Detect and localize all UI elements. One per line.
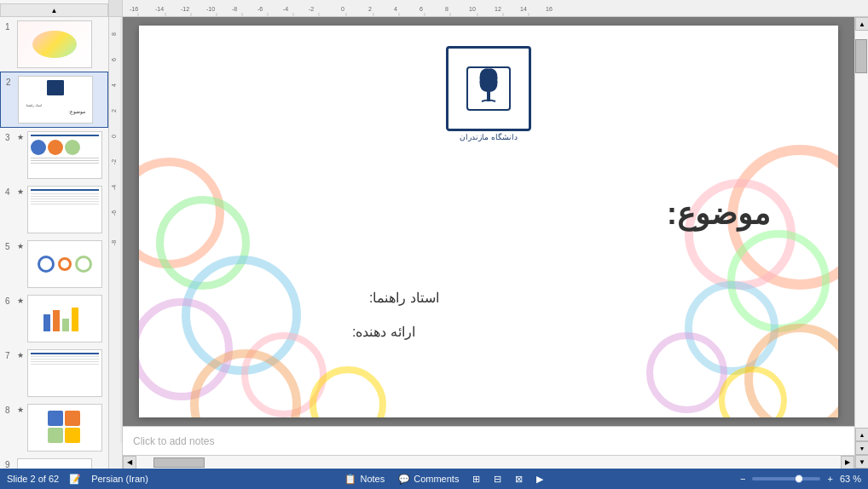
canvas-row: 8 6 4 2 0 -2 -4 -6 -8 xyxy=(109,17,868,469)
university-name: دانشگاه مازندران xyxy=(460,133,518,141)
slide-thumb-8[interactable] xyxy=(27,404,102,452)
notes-placeholder: Click to add notes xyxy=(133,435,214,447)
zoom-percent[interactable]: 63 % xyxy=(840,474,861,484)
view-normal-icon[interactable]: ⊞ xyxy=(472,474,480,485)
scrollbar-horizontal[interactable]: ◀ ▶ xyxy=(123,455,854,469)
svg-text:10: 10 xyxy=(469,6,476,12)
svg-text:4: 4 xyxy=(111,83,117,87)
svg-text:-14: -14 xyxy=(155,6,164,12)
slide-main-title: موضوع: xyxy=(667,196,770,232)
slide-thumb-6[interactable] xyxy=(27,295,102,342)
svg-text:0: 0 xyxy=(111,135,117,138)
svg-text:-6: -6 xyxy=(111,210,117,216)
slide-item-2[interactable]: 2 موضوع: استاد راهنما: xyxy=(0,72,108,128)
scroll-v-track[interactable] xyxy=(855,31,868,428)
svg-text:6: 6 xyxy=(111,58,117,61)
zoom-slider[interactable] xyxy=(752,477,820,480)
comments-section[interactable]: 💬 Comments xyxy=(398,474,459,485)
slide-panel[interactable]: ▲ 1 2 موضوع: استاد راهنما: 3 xyxy=(0,0,109,469)
notes-section[interactable]: 📋 Notes xyxy=(344,474,385,485)
svg-text:-2: -2 xyxy=(309,6,314,12)
ruler-corner xyxy=(109,0,123,17)
view-slideshow-icon[interactable]: ▶ xyxy=(536,474,543,485)
svg-text:14: 14 xyxy=(520,6,527,12)
slide-thumb-3[interactable] xyxy=(27,131,102,179)
svg-text:-12: -12 xyxy=(181,6,189,12)
scroll-right-btn[interactable]: ▶ xyxy=(841,456,854,469)
slide-number-9: 9 xyxy=(5,460,14,469)
slide-thumb-1[interactable] xyxy=(17,20,92,68)
slide-thumb-7[interactable] xyxy=(27,349,102,397)
scroll-h-thumb[interactable] xyxy=(153,457,205,468)
scrollbar-vertical[interactable]: ▲ ▲ ▼ ▼ xyxy=(854,17,868,469)
zoom-in-icon[interactable]: + xyxy=(827,474,832,484)
scroll-page-down-btn[interactable]: ▼ xyxy=(855,441,868,455)
svg-text:-8: -8 xyxy=(111,240,117,245)
scroll-left-btn[interactable]: ◀ xyxy=(123,456,136,469)
center-panel: -16 -14 -12 -10 -8 -6 -4 -2 0 2 4 6 8 10 xyxy=(109,0,868,469)
canvas-main: دانشگاه مازندران موضوع: استاد راهنما: ار… xyxy=(123,17,854,469)
slide-number-6: 6 xyxy=(5,296,14,306)
view-slide-sorter-icon[interactable]: ⊟ xyxy=(494,474,501,485)
slide-star-8: ★ xyxy=(17,406,24,414)
slide-star-5: ★ xyxy=(17,242,24,250)
slide-label-presenter: ارائه دهنده: xyxy=(352,324,415,340)
zoom-out-icon[interactable]: − xyxy=(740,474,745,484)
logo-box xyxy=(446,46,531,131)
language-info: Persian (Iran) xyxy=(91,474,148,484)
scroll-h-track[interactable] xyxy=(136,456,841,469)
slide-number-1: 1 xyxy=(5,22,14,32)
slide-number-8: 8 xyxy=(5,406,14,415)
scroll-v-thumb[interactable] xyxy=(855,39,867,73)
slide-number-5: 5 xyxy=(5,242,14,251)
notes-icon: 📋 xyxy=(344,474,356,485)
slide-thumb-2[interactable]: موضوع: استاد راهنما: xyxy=(18,76,93,124)
svg-text:-4: -4 xyxy=(283,6,288,12)
scroll-down-btn[interactable]: ▼ xyxy=(855,455,868,469)
svg-text:-2: -2 xyxy=(111,159,117,164)
slide-item-3[interactable]: 3 ★ xyxy=(0,128,108,182)
slide-canvas[interactable]: دانشگاه مازندران موضوع: استاد راهنما: ار… xyxy=(139,26,838,417)
slide-thumb-9[interactable] xyxy=(17,458,92,469)
ruler-horizontal: -16 -14 -12 -10 -8 -6 -4 -2 0 2 4 6 8 10 xyxy=(109,0,868,17)
slide-thumb-5[interactable] xyxy=(27,240,102,288)
slide-item-8[interactable]: 8 ★ xyxy=(0,400,108,455)
status-center: 📋 Notes 💬 Comments ⊞ ⊟ ⊠ ▶ xyxy=(344,474,543,485)
status-bar: Slide 2 of 62 📝 Persian (Iran) 📋 Notes 💬… xyxy=(0,469,868,489)
ruler-h-track: -16 -14 -12 -10 -8 -6 -4 -2 0 2 4 6 8 10 xyxy=(123,0,854,16)
notes-area[interactable]: Click to add notes xyxy=(123,426,854,455)
slide-star-6: ★ xyxy=(17,296,24,305)
zoom-slider-area[interactable] xyxy=(752,477,820,480)
slide-item-1[interactable]: 1 xyxy=(0,17,108,72)
svg-text:-8: -8 xyxy=(232,6,237,12)
svg-point-46 xyxy=(483,72,495,92)
slide-number-7: 7 xyxy=(5,351,14,360)
slide-number-2: 2 xyxy=(6,78,14,87)
notes-label: Notes xyxy=(360,474,385,484)
slide-item-4[interactable]: 4 ★ xyxy=(0,182,108,237)
svg-text:6: 6 xyxy=(420,6,423,12)
scroll-page-up-btn[interactable]: ▲ xyxy=(855,428,868,441)
svg-text:12: 12 xyxy=(495,6,501,12)
slide-item-7[interactable]: 7 ★ xyxy=(0,346,108,400)
svg-text:16: 16 xyxy=(546,6,553,12)
university-tree-icon xyxy=(463,63,514,114)
university-logo: دانشگاه مازندران xyxy=(442,43,535,145)
svg-text:-10: -10 xyxy=(206,6,215,12)
svg-text:2: 2 xyxy=(368,6,372,12)
slide-item-6[interactable]: 6 ★ xyxy=(0,291,108,346)
zoom-thumb[interactable] xyxy=(795,475,803,483)
scroll-up-btn[interactable]: ▲ xyxy=(855,17,868,31)
slide-star-4: ★ xyxy=(17,187,24,196)
comments-label: Comments xyxy=(414,474,459,484)
slide-item-5[interactable]: 5 ★ xyxy=(0,237,108,291)
status-left: Slide 2 of 62 📝 Persian (Iran) xyxy=(7,474,148,485)
slide-label-advisor: استاد راهنما: xyxy=(369,290,439,306)
panel-scroll-up[interactable]: ▲ xyxy=(0,3,108,17)
view-reading-icon[interactable]: ⊠ xyxy=(515,474,523,485)
slide-star-3: ★ xyxy=(17,133,24,141)
svg-text:-16: -16 xyxy=(130,6,138,12)
slide-star-7: ★ xyxy=(17,351,24,360)
slide-item-9[interactable]: 9 xyxy=(0,455,108,469)
slide-thumb-4[interactable] xyxy=(27,186,102,233)
